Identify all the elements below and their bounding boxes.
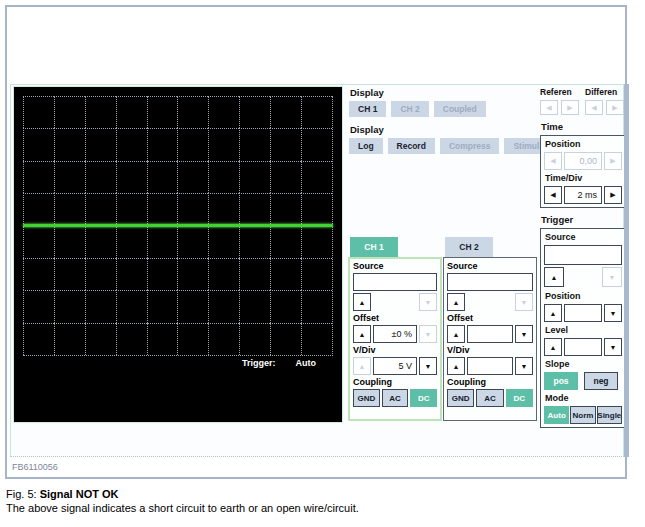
ch2-source-up-button[interactable]: ▲ xyxy=(447,293,465,311)
tab-ch1[interactable]: CH 1 xyxy=(350,237,398,257)
figure-caption: Fig. 5: Signal NOT OK The above signal i… xyxy=(6,487,359,515)
mode-single-button[interactable]: Single xyxy=(597,406,622,424)
right-controls: Referen ◀ ▶ Differen ◀ ▶ Time Position xyxy=(540,87,626,428)
trigger-mode-label: Mode xyxy=(545,393,622,403)
right-arrow-icon: ▶ xyxy=(610,157,615,165)
down-arrow-icon: ▼ xyxy=(609,274,616,281)
ch2-coupling-gnd-button[interactable]: GND xyxy=(447,389,474,407)
ch2-source-down-button[interactable]: ▼ xyxy=(515,293,533,311)
trigger-source-up-button[interactable]: ▲ xyxy=(544,267,564,287)
left-arrow-icon: ◀ xyxy=(546,104,551,112)
display-ch2-button[interactable]: CH 2 xyxy=(391,101,428,117)
trigger-position-down-button[interactable]: ▼ xyxy=(604,304,622,322)
time-div-label: Time/Div xyxy=(545,173,622,183)
display-controls: Display CH 1 CH 2 Coupled Display Log Re… xyxy=(349,87,541,154)
trigger-status-label: Trigger: xyxy=(242,358,276,368)
trigger-source-input[interactable] xyxy=(544,245,622,265)
trigger-level-value[interactable] xyxy=(564,338,602,356)
ch1-coupling-ac-button[interactable]: AC xyxy=(382,389,409,407)
time-div-left-button[interactable]: ◀ xyxy=(544,186,562,204)
ch2-offset-down-button[interactable]: ▼ xyxy=(515,325,533,343)
trigger-level-up-button[interactable]: ▲ xyxy=(544,338,562,356)
up-arrow-icon: ▲ xyxy=(359,299,366,306)
trigger-level-label: Level xyxy=(545,325,622,335)
difference-next-button[interactable]: ▶ xyxy=(606,100,624,115)
difference-prev-button[interactable]: ◀ xyxy=(585,100,603,115)
ch1-source-up-button[interactable]: ▲ xyxy=(353,293,371,311)
window-scrollbar-edge[interactable] xyxy=(624,84,629,457)
up-arrow-icon: ▲ xyxy=(453,299,460,306)
up-arrow-icon: ▲ xyxy=(453,331,460,338)
trigger-level-down-button[interactable]: ▼ xyxy=(604,338,622,356)
ch1-vdiv-value[interactable]: 5 V xyxy=(373,357,417,375)
ch2-coupling-label: Coupling xyxy=(447,377,533,387)
slope-neg-button[interactable]: neg xyxy=(584,372,618,390)
trigger-position-value[interactable] xyxy=(564,304,602,322)
mode-auto-button[interactable]: Auto xyxy=(544,406,569,424)
record-button[interactable]: Record xyxy=(388,138,435,154)
trigger-position-up-button[interactable]: ▲ xyxy=(544,304,562,322)
ch2-offset-up-button[interactable]: ▲ xyxy=(447,325,465,343)
trigger-group-label: Trigger xyxy=(541,214,626,225)
time-div-right-button[interactable]: ▶ xyxy=(604,186,622,204)
display-channel-buttons: CH 1 CH 2 Coupled xyxy=(349,101,541,117)
ch1-offset-value[interactable]: ±0 % xyxy=(373,325,417,343)
down-arrow-icon: ▼ xyxy=(610,344,617,351)
down-arrow-icon: ▼ xyxy=(610,310,617,317)
left-arrow-icon: ◀ xyxy=(550,157,555,165)
display-coupled-button[interactable]: Coupled xyxy=(434,101,486,117)
mode-norm-button[interactable]: Norm xyxy=(570,406,595,424)
channel-2-panel: CH 2 Source ▲ ▼ Offset ▲ ▼ V/Div ▲ xyxy=(443,237,537,421)
ch1-coupling-dc-button[interactable]: DC xyxy=(410,389,437,407)
ch1-offset-down-button[interactable]: ▼ xyxy=(419,325,437,343)
scope-trace-flat-line xyxy=(23,224,333,227)
ch2-vdiv-down-button[interactable]: ▼ xyxy=(515,357,533,375)
down-arrow-icon: ▼ xyxy=(425,331,432,338)
time-position-label: Position xyxy=(545,139,622,149)
ch2-vdiv-value[interactable] xyxy=(467,357,513,375)
ch1-vdiv-up-button[interactable]: ▲ xyxy=(353,357,371,375)
ch1-source-input[interactable] xyxy=(353,273,437,291)
ch1-vdiv-down-button[interactable]: ▼ xyxy=(419,357,437,375)
ch2-vdiv-up-button[interactable]: ▲ xyxy=(447,357,465,375)
up-arrow-icon: ▲ xyxy=(453,363,460,370)
ch2-coupling-dc-button[interactable]: DC xyxy=(506,389,533,407)
ch1-offset-up-button[interactable]: ▲ xyxy=(353,325,371,343)
compress-button[interactable]: Compress xyxy=(440,138,500,154)
fig-title: Signal NOT OK xyxy=(40,488,119,500)
reference-label: Referen xyxy=(540,87,581,97)
ch2-offset-label: Offset xyxy=(447,313,533,323)
ch1-coupling-gnd-button[interactable]: GND xyxy=(353,389,380,407)
time-group-label: Time xyxy=(541,121,626,132)
reference-prev-button[interactable]: ◀ xyxy=(540,100,558,115)
ch2-source-input[interactable] xyxy=(447,273,533,291)
difference-control: Differen ◀ ▶ xyxy=(585,87,626,115)
caption-title-line: Fig. 5: Signal NOT OK xyxy=(6,487,359,501)
time-position-right-button[interactable]: ▶ xyxy=(604,152,622,170)
ch1-coupling-label: Coupling xyxy=(353,377,437,387)
time-div-value[interactable]: 2 ms xyxy=(564,186,602,204)
trigger-source-down-button[interactable]: ▼ xyxy=(602,267,622,287)
reference-next-button[interactable]: ▶ xyxy=(561,100,579,115)
reference-control: Referen ◀ ▶ xyxy=(540,87,581,115)
ch2-vdiv-label: V/Div xyxy=(447,345,533,355)
ch2-offset-value[interactable] xyxy=(467,325,513,343)
right-arrow-icon: ▶ xyxy=(612,104,617,112)
display-ch1-button[interactable]: CH 1 xyxy=(349,101,386,117)
ch2-coupling-ac-button[interactable]: AC xyxy=(476,389,503,407)
tab-ch2[interactable]: CH 2 xyxy=(445,237,493,257)
trigger-status-value: Auto xyxy=(296,358,317,368)
scope-trigger-status: Trigger: Auto xyxy=(242,358,316,368)
fig-number: Fig. 5: xyxy=(6,488,37,500)
ch1-source-down-button[interactable]: ▼ xyxy=(419,293,437,311)
log-button[interactable]: Log xyxy=(349,138,383,154)
display-modes-label: Display xyxy=(350,124,541,135)
ch1-offset-label: Offset xyxy=(353,313,437,323)
up-arrow-icon: ▲ xyxy=(551,274,558,281)
app-window: Trigger: Auto Display CH 1 CH 2 Coupled … xyxy=(10,84,624,457)
time-position-value[interactable]: 0,00 xyxy=(564,152,602,170)
time-position-left-button[interactable]: ◀ xyxy=(544,152,562,170)
display-channels-label: Display xyxy=(350,87,541,98)
slope-pos-button[interactable]: pos xyxy=(544,372,578,390)
trigger-slope-label: Slope xyxy=(545,359,622,369)
